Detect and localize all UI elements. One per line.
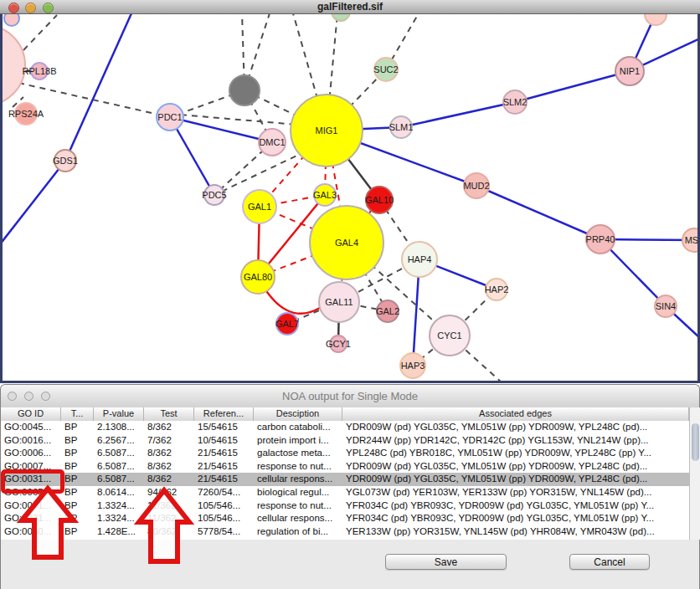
table-cell[interactable]: GO:0016... xyxy=(1,434,61,448)
table-cell[interactable]: GO:0050... xyxy=(1,525,61,539)
network-node-rpl18b[interactable]: RPL18B xyxy=(23,63,57,79)
table-cell[interactable]: YDR244W (pp) YDR142C, YDR142C (pp) YGL15… xyxy=(342,434,689,448)
network-edge[interactable] xyxy=(23,15,57,50)
table-row[interactable]: GO:0016...BP6.2567...7/36210/54615protei… xyxy=(1,434,689,448)
table-cell[interactable]: YGL073W (pd) YER103W, YER133W (pp) YOR31… xyxy=(342,486,689,499)
table-cell[interactable]: BP xyxy=(61,525,94,539)
table-cell[interactable]: 105/546... xyxy=(194,512,254,525)
table-cell[interactable]: YDR009W (pd) YGL035C, YML051W (pp) YDR00… xyxy=(342,473,689,486)
network-node-cyc1[interactable]: CYC1 xyxy=(430,315,470,356)
network-node-msl[interactable]: MSL xyxy=(682,228,700,252)
table-body[interactable]: GO:0045...BP2.1308...8/36215/54615carbon… xyxy=(1,421,689,540)
table-cell[interactable]: BP xyxy=(61,421,94,434)
network-node-hap4[interactable]: HAP4 xyxy=(402,242,437,277)
table-cell[interactable]: 6.5087... xyxy=(94,447,144,460)
network-node[interactable] xyxy=(332,13,350,21)
network-node[interactable] xyxy=(229,75,260,105)
table-row[interactable]: GO:0031...BP1.3324...11/362105/546...cel… xyxy=(1,512,689,525)
network-node-gal80[interactable]: GAL80 xyxy=(241,260,275,294)
table-cell[interactable]: protein import i... xyxy=(254,434,342,448)
table-row[interactable]: GO:0007...BP6.5087...8/36221/54615respon… xyxy=(1,460,689,474)
network-node-nip1[interactable]: NIP1 xyxy=(615,57,644,85)
table-cell[interactable]: cellular respons... xyxy=(254,512,342,525)
table-cell[interactable]: 8/362 xyxy=(144,447,194,460)
table-row[interactable]: GO:0065...BP8.0614...94/3627260/54...bio… xyxy=(1,486,689,499)
network-edge[interactable] xyxy=(401,102,515,127)
table-header[interactable]: GO IDT...P-valueTestReferen...Desciption… xyxy=(1,407,689,422)
table-cell[interactable]: 11/362 xyxy=(144,499,194,513)
table-cell[interactable]: YDR009W (pd) YGL035C, YML051W (pp) YDR00… xyxy=(342,460,689,474)
network-node-hap3[interactable]: HAP3 xyxy=(400,353,425,378)
network-node-slm1[interactable]: SLM1 xyxy=(389,116,414,138)
table-cell[interactable]: 15/54615 xyxy=(194,421,254,434)
table-cell[interactable]: BP xyxy=(61,499,94,513)
table-cell[interactable]: 1.3324... xyxy=(94,512,144,525)
table-cell[interactable]: BP xyxy=(61,434,94,448)
network-node-gal2[interactable]: GAL2 xyxy=(376,300,399,322)
table-cell[interactable]: GO:0031... xyxy=(1,512,61,525)
network-node-gal7[interactable]: GAL7 xyxy=(275,313,299,335)
table-cell[interactable]: YER133W (pp) YOR315W, YNL145W (pd) YHR08… xyxy=(342,525,689,539)
window-titlebar[interactable]: galFiltered.sif xyxy=(0,0,700,14)
column-header-desciption[interactable]: Desciption xyxy=(254,407,342,421)
column-header-goid[interactable]: GO ID xyxy=(1,407,61,421)
network-node-pdc1[interactable]: PDC1 xyxy=(157,104,183,131)
network-node-sin4[interactable]: SIN4 xyxy=(655,295,677,317)
network-canvas[interactable]: RPL18BRPS24AGDS1PDC1PDC5DMC1MIG1SUC2SLM1… xyxy=(0,13,700,383)
table-row[interactable]: GO:0031...BP1.3324...11/362105/546...res… xyxy=(1,499,689,513)
table-cell[interactable]: response to nut... xyxy=(254,499,342,513)
table-cell[interactable]: 8/362 xyxy=(144,460,194,474)
table-cell[interactable]: YFR034C (pd) YBR093C, YDR009W (pd) YGL03… xyxy=(342,512,689,525)
network-node-slm2[interactable]: SLM2 xyxy=(503,90,528,114)
table-cell[interactable]: cellular respons... xyxy=(254,473,342,486)
column-header-pvalue[interactable]: P-value xyxy=(94,407,144,421)
table-cell[interactable]: response to nut... xyxy=(254,460,342,474)
cancel-button[interactable]: Cancel xyxy=(569,554,650,570)
table-cell[interactable]: 1.428E... xyxy=(94,525,144,539)
network-node-gal10[interactable]: GAL10 xyxy=(365,187,394,213)
table-row[interactable]: GO:0006...BP6.5087...8/36221/54615galact… xyxy=(1,447,689,460)
column-header-referen[interactable]: Referen... xyxy=(194,407,254,421)
noa-window[interactable]: NOA output for Single Mode GO IDT...P-va… xyxy=(0,384,700,589)
table-cell[interactable]: 21/54615 xyxy=(194,447,254,460)
table-cell[interactable]: 6.5087... xyxy=(94,473,144,486)
table-cell[interactable]: 11/362 xyxy=(144,512,194,525)
table-cell[interactable]: 7/362 xyxy=(144,434,194,448)
table-cell[interactable]: BP xyxy=(61,460,94,474)
table-cell[interactable]: 21/54615 xyxy=(194,460,254,474)
network-edge[interactable] xyxy=(515,71,630,102)
network-node-gal3[interactable]: GAL3 xyxy=(313,184,337,206)
table-cell[interactable]: BP xyxy=(61,486,94,499)
network-node-prp40[interactable]: PRP40 xyxy=(586,225,615,254)
table-cell[interactable]: 6.5087... xyxy=(94,460,144,474)
network-node[interactable] xyxy=(645,13,667,25)
table-cell[interactable]: 2.1308... xyxy=(94,421,144,434)
network-node-suc2[interactable]: SUC2 xyxy=(373,58,398,81)
column-header-t[interactable]: T... xyxy=(61,407,94,421)
table-cell[interactable]: biological regul... xyxy=(254,486,342,499)
table-row[interactable]: GO:0045...BP2.1308...8/36215/54615carbon… xyxy=(1,421,689,434)
network-node[interactable] xyxy=(4,13,19,26)
table-cell[interactable]: 8/362 xyxy=(144,421,194,434)
network-node-dmc1[interactable]: DMC1 xyxy=(259,129,286,156)
table-cell[interactable]: 7260/54... xyxy=(194,486,254,499)
table-cell[interactable]: 8.0614... xyxy=(94,486,144,499)
table-cell[interactable]: GO:0045... xyxy=(1,421,61,434)
network-edge[interactable] xyxy=(214,151,306,195)
table-scrollbar[interactable] xyxy=(689,407,700,540)
network-node-gal1[interactable]: GAL1 xyxy=(243,190,276,223)
noa-titlebar[interactable]: NOA output for Single Mode xyxy=(1,385,699,408)
network-node-mud2[interactable]: MUD2 xyxy=(463,173,489,198)
table-cell[interactable]: BP xyxy=(61,512,94,525)
network-node-mig1[interactable]: MIG1 xyxy=(291,95,363,166)
table-row[interactable]: GO:0031...BP6.5087...8/36221/54615cellul… xyxy=(1,473,689,486)
column-header-associatededges[interactable]: Associated edges xyxy=(342,407,689,421)
network-node-gcy1[interactable]: GCY1 xyxy=(326,335,351,352)
table-cell[interactable]: 6.2567... xyxy=(94,434,144,448)
table-row[interactable]: GO:0050...BP1.428E...80/3625778/54...reg… xyxy=(1,525,689,539)
table-cell[interactable]: 8/362 xyxy=(144,473,194,486)
table-cell[interactable]: YDR009W (pd) YGL035C, YML051W (pp) YDR00… xyxy=(342,421,689,434)
table-cell[interactable]: 21/54615 xyxy=(194,473,254,486)
table-cell[interactable]: 94/362 xyxy=(144,486,194,499)
network-edge[interactable] xyxy=(65,13,131,161)
